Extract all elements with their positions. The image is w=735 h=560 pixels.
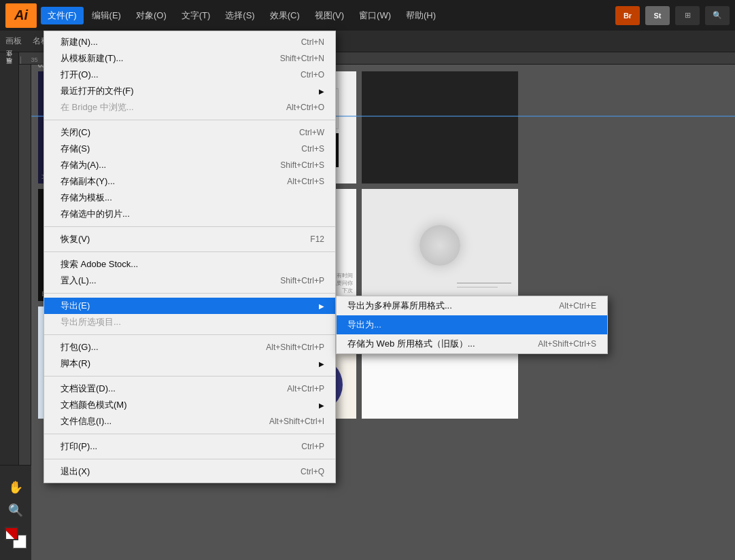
separator-2 — [44, 226, 335, 227]
menu-new-label: 新建(N)... — [61, 36, 281, 48]
menu-text[interactable]: 文字(T) — [175, 7, 218, 24]
menu-recent[interactable]: 最近打开的文件(F) ▶ — [44, 83, 335, 99]
menu-bridge-label: 在 Bridge 中浏览... — [61, 101, 266, 113]
zoom-tool[interactable]: 🔍 — [5, 501, 26, 520]
menu-bridge-shortcut: Alt+Ctrl+O — [286, 103, 324, 112]
menu-doc-setup[interactable]: 文档设置(D)... Alt+Ctrl+P — [44, 381, 335, 397]
menu-script-label: 脚本(R) — [61, 357, 319, 370]
menu-print-label: 打印(P)... — [61, 440, 281, 453]
menu-script-arrow: ▶ — [319, 360, 324, 368]
menu-place-shortcut: Shift+Ctrl+P — [280, 276, 324, 285]
menu-section-export: 导出(E) ▶ 导出所选项目... — [44, 295, 335, 333]
menu-open[interactable]: 打开(O)... Ctrl+O — [44, 67, 335, 83]
separator-7 — [44, 434, 335, 434]
menu-save[interactable]: 存储(S) Ctrl+S — [44, 141, 335, 157]
menu-revert-shortcut: F12 — [310, 234, 324, 244]
menu-new-template[interactable]: 从模板新建(T)... Shift+Ctrl+N — [44, 50, 335, 67]
menu-close[interactable]: 关闭(C) Ctrl+W — [44, 124, 335, 141]
export-submenu: 导出为多种屏幕所用格式... Alt+Ctrl+E 导出为... 存储为 Web… — [336, 296, 608, 354]
separator-3 — [44, 251, 335, 252]
menu-file-info-label: 文件信息(I)... — [61, 415, 249, 427]
save-web[interactable]: 存储为 Web 所用格式（旧版）... Alt+Shift+Ctrl+S — [337, 334, 607, 353]
color-swatches[interactable] — [5, 527, 27, 548]
menu-revert[interactable]: 恢复(V) F12 — [44, 231, 335, 247]
menu-save-template[interactable]: 存储为模板... — [44, 190, 335, 206]
menu-export-selected: 导出所选项目... — [44, 314, 335, 330]
menu-section-revert: 恢复(V) F12 — [44, 228, 335, 250]
artboard-extra2[interactable] — [362, 189, 518, 301]
menu-section-search: 搜索 Adobe Stock... 置入(L)... Shift+Ctrl+P — [44, 253, 335, 292]
titlebar: Ai 文件(F) 编辑(E) 对象(O) 文字(T) 选择(S) 效果(C) 视… — [0, 0, 735, 31]
fg-color-swatch[interactable] — [5, 527, 18, 540]
menu-export[interactable]: 导出(E) ▶ — [44, 298, 335, 314]
menu-file-info[interactable]: 文件信息(I)... Alt+Shift+Ctrl+I — [44, 413, 335, 430]
menu-save-slice[interactable]: 存储选中的切片... — [44, 206, 335, 222]
menu-package-label: 打包(G)... — [61, 341, 245, 353]
save-web-shortcut: Alt+Shift+Ctrl+S — [538, 339, 596, 349]
menu-doc-setup-label: 文档设置(D)... — [61, 383, 267, 395]
menu-save-as[interactable]: 存储为(A)... Shift+Ctrl+S — [44, 157, 335, 173]
menu-file-info-shortcut: Alt+Shift+Ctrl+I — [269, 417, 324, 426]
menu-section-package: 打包(G)... Alt+Shift+Ctrl+P 脚本(R) ▶ — [44, 336, 335, 374]
menu-save-template-label: 存储为模板... — [61, 192, 304, 204]
hand-tool[interactable]: ✋ — [5, 478, 26, 497]
menu-view[interactable]: 视图(V) — [308, 7, 351, 24]
menu-doc-setup-shortcut: Alt+Ctrl+P — [287, 384, 324, 393]
menu-save-as-shortcut: Shift+Ctrl+S — [280, 160, 324, 170]
menu-new[interactable]: 新建(N)... Ctrl+N — [44, 34, 335, 50]
menu-export-label: 导出(E) — [61, 300, 319, 312]
menu-file[interactable]: 文件(F) — [41, 7, 84, 24]
menu-save-copy-shortcut: Alt+Ctrl+S — [287, 177, 324, 186]
menu-revert-label: 恢复(V) — [61, 233, 290, 245]
menu-select[interactable]: 选择(S) — [218, 7, 261, 24]
toolbox: ✋ 🔍 — [0, 465, 31, 560]
menu-place-label: 置入(L)... — [61, 275, 260, 287]
menu-save-label: 存储(S) — [61, 143, 281, 155]
menu-object[interactable]: 对象(O) — [129, 7, 173, 24]
export-as-label: 导出为... — [347, 319, 381, 331]
menu-save-copy-label: 存储副本(Y)... — [61, 175, 267, 188]
menubar: 文件(F) 编辑(E) 对象(O) 文字(T) 选择(S) 效果(C) 视图(V… — [41, 7, 611, 24]
menu-export-selected-label: 导出所选项目... — [61, 316, 324, 328]
menu-search-stock-label: 搜索 Adobe Stock... — [61, 258, 304, 270]
separator-1 — [44, 120, 335, 120]
left-label-1: 立体F — [5, 55, 14, 65]
export-screens[interactable]: 导出为多种屏幕所用格式... Alt+Ctrl+E — [337, 296, 607, 315]
menu-quit[interactable]: 退出(X) Ctrl+Q — [44, 463, 335, 480]
search-icon[interactable]: 🔍 — [705, 6, 730, 25]
menu-open-shortcut: Ctrl+O — [301, 70, 324, 80]
left-label-2: 画板 — [5, 66, 14, 71]
menu-edit[interactable]: 编辑(E) — [85, 7, 128, 24]
menu-place[interactable]: 置入(L)... Shift+Ctrl+P — [44, 273, 335, 289]
menu-save-as-label: 存储为(A)... — [61, 159, 260, 171]
menu-new-shortcut: Ctrl+N — [301, 37, 324, 47]
menu-doc-color[interactable]: 文档颜色模式(M) ▶ — [44, 397, 335, 413]
menu-package[interactable]: 打包(G)... Alt+Shift+Ctrl+P — [44, 339, 335, 355]
menu-package-shortcut: Alt+Shift+Ctrl+P — [266, 343, 324, 352]
menu-recent-label: 最近打开的文件(F) — [61, 85, 319, 97]
menu-section-save: 关闭(C) Ctrl+W 存储(S) Ctrl+S 存储为(A)... Shif… — [44, 122, 335, 225]
menu-close-label: 关闭(C) — [61, 126, 279, 139]
menu-doc-color-label: 文档颜色模式(M) — [61, 399, 319, 411]
menu-print-shortcut: Ctrl+P — [301, 442, 324, 451]
menu-print[interactable]: 打印(P)... Ctrl+P — [44, 438, 335, 455]
artboard-extra1[interactable] — [362, 71, 518, 183]
menu-script[interactable]: 脚本(R) ▶ — [44, 355, 335, 372]
menu-save-copy[interactable]: 存储副本(Y)... Alt+Ctrl+S — [44, 173, 335, 190]
menu-help[interactable]: 帮助(H) — [399, 7, 443, 24]
menu-section-quit: 退出(X) Ctrl+Q — [44, 461, 335, 483]
menu-section-print: 打印(P)... Ctrl+P — [44, 436, 335, 457]
menu-recent-arrow: ▶ — [319, 88, 324, 95]
menu-effect[interactable]: 效果(C) — [263, 7, 307, 24]
menu-section-new: 新建(N)... Ctrl+N 从模板新建(T)... Shift+Ctrl+N… — [44, 31, 335, 118]
bridge-button[interactable]: Br — [615, 6, 640, 25]
stock-button[interactable]: St — [645, 6, 670, 25]
menu-search-stock[interactable]: 搜索 Adobe Stock... — [44, 256, 335, 273]
menu-new-template-shortcut: Shift+Ctrl+N — [280, 54, 324, 63]
menu-export-arrow: ▶ — [319, 302, 324, 310]
menu-window[interactable]: 窗口(W) — [352, 7, 398, 24]
menu-close-shortcut: Ctrl+W — [299, 128, 324, 137]
export-as[interactable]: 导出为... — [337, 315, 607, 334]
workspace-switcher[interactable]: ⊞ — [675, 6, 700, 25]
menu-save-slice-label: 存储选中的切片... — [61, 208, 304, 220]
